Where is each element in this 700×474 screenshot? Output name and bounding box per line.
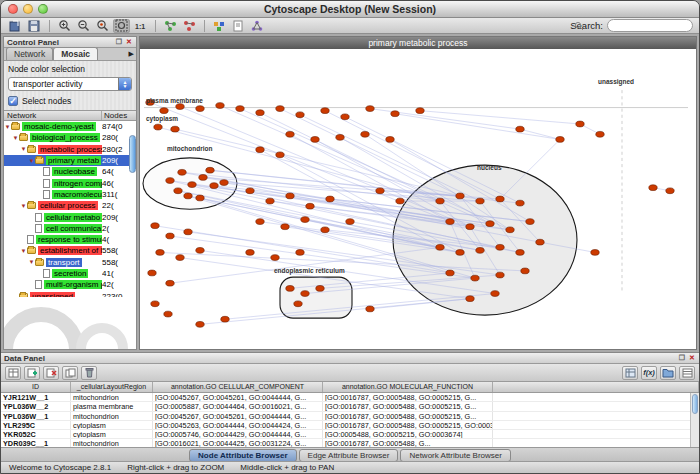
network-node[interactable]: [456, 250, 464, 256]
network-node[interactable]: [256, 110, 264, 116]
zoom-out-icon[interactable]: [75, 19, 92, 33]
table-row[interactable]: YKR052Ccytoplasm[GO:0005746, GO:0044429,…: [1, 430, 699, 439]
network-node[interactable]: [326, 196, 334, 202]
network-node[interactable]: [196, 247, 204, 253]
search-input[interactable]: [607, 19, 693, 32]
network-node[interactable]: [471, 275, 479, 281]
network-node[interactable]: [184, 193, 192, 199]
matrix-icon[interactable]: [622, 366, 638, 380]
network-node[interactable]: [516, 200, 524, 206]
network-node[interactable]: [436, 198, 444, 204]
expand-arrow-icon[interactable]: ▼: [28, 158, 35, 164]
annotation-icon[interactable]: [230, 19, 247, 33]
tree-item[interactable]: ▼metabolic process280(2: [4, 144, 136, 155]
tree-item[interactable]: macromolecule311(: [4, 189, 136, 200]
delete-selected-icon[interactable]: [81, 366, 97, 380]
network-node[interactable]: [166, 178, 174, 184]
titlebar[interactable]: Cytoscape Desktop (New Session): [1, 1, 699, 18]
table-row[interactable]: YLR295Ccytoplasm[GO:0045263, GO:0044444,…: [1, 421, 699, 430]
network-node[interactable]: [271, 255, 279, 261]
network-node[interactable]: [160, 108, 168, 114]
expand-arrow-icon[interactable]: ▼: [12, 135, 19, 141]
tree-item[interactable]: nucleobase64(: [4, 166, 136, 177]
tree-item[interactable]: ▼transport558(: [4, 257, 136, 268]
network-node[interactable]: [336, 134, 344, 140]
network-node[interactable]: [256, 147, 264, 153]
network-edge[interactable]: [420, 111, 580, 124]
network-node[interactable]: [296, 250, 304, 256]
function-builder-button[interactable]: f(x): [641, 366, 657, 380]
network-node[interactable]: [516, 250, 524, 256]
network-node[interactable]: [246, 188, 254, 194]
network-node[interactable]: [184, 229, 192, 235]
import-network-icon[interactable]: [7, 19, 24, 33]
network-node[interactable]: [306, 203, 314, 209]
network-node[interactable]: [446, 270, 454, 276]
table-row[interactable]: YJR121W__1mitochondrion[GO:0045267, GO:0…: [1, 393, 699, 402]
network-node[interactable]: [366, 106, 374, 112]
tab-scroll-right-icon[interactable]: ▶: [129, 50, 134, 60]
network-node[interactable]: [276, 106, 284, 112]
network-node[interactable]: [496, 196, 504, 202]
network-node[interactable]: [301, 217, 309, 223]
network-node[interactable]: [296, 112, 304, 118]
import-attributes-icon[interactable]: [660, 366, 676, 380]
network-node[interactable]: [536, 239, 544, 245]
zoom-fit-icon[interactable]: [113, 19, 130, 33]
vizmapper-icon[interactable]: [211, 19, 228, 33]
tree-item[interactable]: response to stimul4(: [4, 234, 136, 245]
tree-item[interactable]: ▼primary metab209(: [4, 155, 136, 166]
column-network[interactable]: Network: [4, 111, 102, 120]
tree-item[interactable]: cellular metabo209(: [4, 211, 136, 222]
column-nodes[interactable]: Nodes: [102, 111, 136, 120]
network-node[interactable]: [154, 124, 162, 130]
tree-scrollbar-thumb[interactable]: [129, 135, 136, 173]
network-node[interactable]: [476, 247, 484, 253]
tree-item[interactable]: ▼mosaic-demo-yeast874(0: [4, 121, 136, 132]
network-node[interactable]: [286, 131, 294, 137]
table-scrollbar-thumb[interactable]: [692, 394, 698, 414]
network-node[interactable]: [286, 286, 294, 292]
network-node[interactable]: [516, 126, 524, 132]
tree-item[interactable]: secretion41(: [4, 268, 136, 279]
network-node[interactable]: [596, 131, 604, 137]
column-header[interactable]: [493, 382, 699, 392]
tree-item[interactable]: cell communica2(: [4, 223, 136, 234]
tree-item[interactable]: ▼cellular process22(: [4, 200, 136, 211]
float-panel-icon[interactable]: ❐: [678, 354, 686, 362]
network-node[interactable]: [321, 108, 329, 114]
tree-item[interactable]: multi-organism pro42(: [4, 279, 136, 290]
network-node[interactable]: [466, 296, 474, 302]
network-node[interactable]: [556, 137, 564, 143]
close-panel-icon[interactable]: ✕: [688, 354, 696, 362]
network-node[interactable]: [311, 137, 319, 143]
network-node[interactable]: [166, 233, 174, 239]
zoom-in-icon[interactable]: [56, 19, 73, 33]
network-edge[interactable]: [290, 134, 450, 221]
network-node[interactable]: [220, 180, 228, 186]
network-node[interactable]: [188, 182, 196, 188]
create-attribute-icon[interactable]: [24, 366, 40, 380]
network-edge[interactable]: [395, 114, 560, 140]
select-nodes-checkbox[interactable]: ✓: [8, 96, 18, 106]
network-node[interactable]: [496, 272, 504, 278]
network-node[interactable]: [151, 301, 159, 307]
network-node[interactable]: [456, 193, 464, 199]
network-node[interactable]: [246, 250, 254, 256]
network-node[interactable]: [366, 306, 374, 312]
attribute-table-icon[interactable]: [679, 366, 695, 380]
network-node[interactable]: [649, 185, 657, 191]
network-node[interactable]: [199, 175, 207, 181]
network-node[interactable]: [416, 108, 424, 114]
column-header[interactable]: ID: [1, 382, 71, 392]
network-node[interactable]: [491, 291, 499, 297]
network-node[interactable]: [321, 227, 329, 233]
zoom-one-to-one-icon[interactable]: 1:1: [132, 19, 149, 33]
network-node[interactable]: [151, 223, 159, 229]
network-canvas[interactable]: plasma membranecytoplasmmitochondrionnuc…: [140, 49, 696, 349]
network-node[interactable]: [521, 268, 529, 274]
network-node[interactable]: [266, 198, 274, 204]
copy-attribute-icon[interactable]: [62, 366, 78, 380]
network-node[interactable]: [148, 270, 156, 276]
expand-arrow-icon[interactable]: ▼: [20, 146, 27, 152]
